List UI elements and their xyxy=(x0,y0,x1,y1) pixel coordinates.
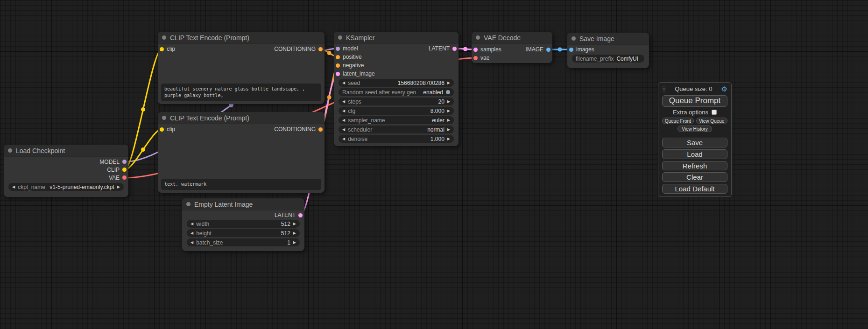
widget-height[interactable]: ◀ height 512 ▶ xyxy=(187,229,300,237)
increment-icon[interactable]: ▶ xyxy=(293,231,296,235)
slot-label-model: MODEL xyxy=(99,159,120,165)
collapse-dot-icon[interactable] xyxy=(162,116,166,120)
save-button[interactable]: Save xyxy=(662,138,727,147)
increment-icon[interactable]: ▶ xyxy=(117,185,120,189)
node-vae-decode[interactable]: VAE Decode samples IMAGE vae xyxy=(472,32,552,63)
slot-label-latent: LATENT xyxy=(429,45,450,52)
collapse-dot-icon[interactable] xyxy=(476,35,480,40)
decrement-icon[interactable]: ◀ xyxy=(191,231,193,235)
decrement-icon[interactable]: ◀ xyxy=(342,109,345,113)
increment-icon[interactable]: ▶ xyxy=(447,81,450,85)
node-clip-text-encode-positive[interactable]: CLIP Text Encode (Prompt) clip CONDITION… xyxy=(158,32,325,104)
slot-label-clip: CLIP xyxy=(107,167,120,173)
decrement-icon[interactable]: ◀ xyxy=(191,241,193,245)
increment-icon[interactable]: ▶ xyxy=(447,128,450,132)
queue-front-button[interactable]: Queue Front xyxy=(662,118,694,124)
slot-label-positive: positive xyxy=(343,54,362,60)
node-title-bar[interactable]: VAE Decode xyxy=(472,32,552,44)
collapse-dot-icon[interactable] xyxy=(186,202,191,206)
decrement-icon[interactable]: ◀ xyxy=(342,81,345,85)
increment-icon[interactable]: ▶ xyxy=(447,137,450,141)
conditioning-output-slot[interactable] xyxy=(318,127,323,132)
node-title: KSampler xyxy=(346,34,374,42)
increment-icon[interactable]: ▶ xyxy=(293,241,296,245)
collapse-dot-icon[interactable] xyxy=(8,148,12,153)
load-button[interactable]: Load xyxy=(662,149,727,159)
node-clip-text-encode-negative[interactable]: CLIP Text Encode (Prompt) clip CONDITION… xyxy=(158,112,325,193)
latent-image-input-slot[interactable] xyxy=(336,72,340,76)
node-title-bar[interactable]: CLIP Text Encode (Prompt) xyxy=(158,32,325,44)
comfy-menu-panel[interactable]: ⣿ Queue size: 0 ⚙ Queue Prompt Extra opt… xyxy=(658,82,732,197)
decrement-icon[interactable]: ◀ xyxy=(342,119,345,122)
extra-options-checkbox[interactable] xyxy=(712,110,717,115)
model-input-slot[interactable] xyxy=(336,47,340,51)
node-title-bar[interactable]: Load Checkpoint xyxy=(4,145,128,157)
vae-output-slot[interactable] xyxy=(122,175,127,180)
images-input-slot[interactable] xyxy=(569,48,573,52)
clip-input-slot[interactable] xyxy=(160,47,164,51)
clip-input-slot[interactable] xyxy=(160,127,164,132)
negative-input-slot[interactable] xyxy=(336,63,340,68)
clear-button[interactable]: Clear xyxy=(662,172,727,182)
decrement-icon[interactable]: ◀ xyxy=(191,222,193,226)
widget-random-seed-toggle[interactable]: Random seed after every gen enabled xyxy=(339,88,454,96)
clip-output-slot[interactable] xyxy=(122,168,127,172)
toggle-knob[interactable] xyxy=(446,90,450,94)
node-ksampler[interactable]: KSampler model LATENT positive negative xyxy=(334,32,459,146)
collapse-dot-icon[interactable] xyxy=(338,35,342,40)
widget-label: width xyxy=(196,221,209,227)
view-queue-button[interactable]: View Queue xyxy=(696,118,728,124)
conditioning-output-slot[interactable] xyxy=(318,47,323,51)
prompt-textarea[interactable]: text, watermark xyxy=(161,179,321,190)
increment-icon[interactable]: ▶ xyxy=(293,222,296,226)
widget-seed[interactable]: ◀ seed 156680208700286 ▶ xyxy=(339,79,454,87)
collapse-dot-icon[interactable] xyxy=(572,36,576,41)
widget-value: v1-5-pruned-emaonly.ckpt xyxy=(49,184,114,190)
node-empty-latent-image[interactable]: Empty Latent Image LATENT ◀ width 512 ▶ … xyxy=(182,198,304,251)
image-output-slot[interactable] xyxy=(546,48,550,52)
decrement-icon[interactable]: ◀ xyxy=(342,100,345,104)
slot-label-samples: samples xyxy=(480,46,501,53)
node-title-bar[interactable]: CLIP Text Encode (Prompt) xyxy=(158,112,325,124)
settings-gear-icon[interactable]: ⚙ xyxy=(721,85,727,92)
latent-output-slot[interactable] xyxy=(452,47,457,51)
node-save-image[interactable]: Save Image images filename_prefix ComfyU… xyxy=(567,33,649,68)
refresh-button[interactable]: Refresh xyxy=(662,161,727,171)
widget-denoise[interactable]: ◀ denoise 1.000 ▶ xyxy=(339,135,454,143)
widget-filename-prefix[interactable]: filename_prefix ComfyUI xyxy=(572,55,644,63)
drag-handle-icon[interactable]: ⣿ xyxy=(662,86,666,91)
widget-sampler-name[interactable]: ◀ sampler_name euler ▶ xyxy=(339,116,454,124)
node-load-checkpoint[interactable]: Load Checkpoint MODEL CLIP VAE ◀ ckpt_na… xyxy=(4,145,128,197)
decrement-icon[interactable]: ◀ xyxy=(12,185,15,189)
link-dot-clip-negative xyxy=(141,147,145,152)
queue-prompt-button[interactable]: Queue Prompt xyxy=(662,95,727,107)
widget-label: seed xyxy=(348,80,360,86)
view-history-button[interactable]: View History xyxy=(677,126,712,132)
widget-label: cfg xyxy=(348,108,355,114)
increment-icon[interactable]: ▶ xyxy=(447,109,450,113)
widget-width[interactable]: ◀ width 512 ▶ xyxy=(187,220,300,228)
samples-input-slot[interactable] xyxy=(473,48,478,52)
node-title-bar[interactable]: Empty Latent Image xyxy=(182,198,304,210)
node-title: Empty Latent Image xyxy=(194,201,253,208)
latent-output-slot[interactable] xyxy=(298,213,303,217)
model-output-slot[interactable] xyxy=(122,160,127,164)
positive-input-slot[interactable] xyxy=(336,55,340,59)
increment-icon[interactable]: ▶ xyxy=(447,119,450,122)
increment-icon[interactable]: ▶ xyxy=(447,100,450,104)
decrement-icon[interactable]: ◀ xyxy=(342,137,345,141)
widget-scheduler[interactable]: ◀ scheduler normal ▶ xyxy=(339,126,454,133)
link-dot-latent-output xyxy=(463,47,467,51)
vae-input-slot[interactable] xyxy=(473,56,478,60)
widget-steps[interactable]: ◀ steps 20 ▶ xyxy=(339,98,454,105)
load-default-button[interactable]: Load Default xyxy=(662,184,727,194)
widget-ckpt-name[interactable]: ◀ ckpt_name v1-5-pruned-emaonly.ckpt ▶ xyxy=(8,183,124,191)
widget-cfg[interactable]: ◀ cfg 8.000 ▶ xyxy=(339,107,454,115)
decrement-icon[interactable]: ◀ xyxy=(342,128,345,132)
node-title-bar[interactable]: Save Image xyxy=(567,33,649,45)
widget-value: ComfyUI xyxy=(616,56,638,62)
node-title-bar[interactable]: KSampler xyxy=(334,32,459,44)
prompt-textarea[interactable]: beautiful scenery nature glass bottle la… xyxy=(161,84,321,101)
widget-batch-size[interactable]: ◀ batch_size 1 ▶ xyxy=(187,238,300,246)
collapse-dot-icon[interactable] xyxy=(162,35,166,40)
